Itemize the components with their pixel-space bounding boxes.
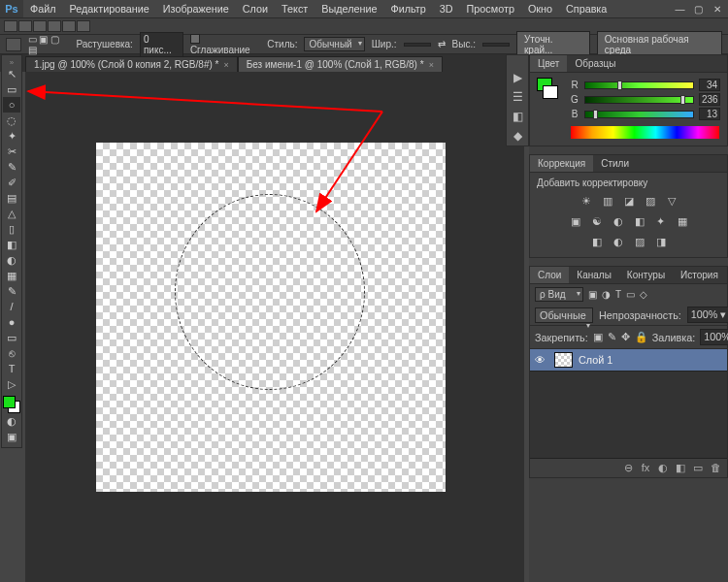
tab-history[interactable]: История: [673, 267, 726, 283]
blend-mode-select[interactable]: Обычные: [535, 307, 593, 323]
adj-icon[interactable]: ▨: [633, 236, 646, 248]
layout-icon[interactable]: [18, 20, 32, 32]
tool-eyedropper[interactable]: ✎: [3, 159, 20, 175]
lock-icon[interactable]: ✎: [608, 331, 616, 343]
swap-dims-icon[interactable]: ⇄: [438, 39, 446, 49]
adj-icon[interactable]: ▨: [644, 195, 657, 208]
tool-brush[interactable]: ▤: [3, 190, 20, 206]
tool-stamp[interactable]: △: [3, 206, 20, 221]
adj-icon[interactable]: ✦: [654, 215, 668, 228]
menu-edit[interactable]: Редактирование: [63, 0, 156, 17]
tool-hand[interactable]: T: [3, 361, 20, 376]
doc-tab-active[interactable]: Без имени-1 @ 100% (Слой 1, RGB/8) * ×: [238, 56, 443, 72]
layer-item[interactable]: 👁 Слой 1: [530, 349, 727, 371]
lock-icon[interactable]: 🔒: [635, 331, 647, 343]
layer-filter-icon[interactable]: ◇: [640, 289, 647, 300]
tool-crop[interactable]: ✂: [3, 144, 20, 159]
mask-icon[interactable]: ◐: [656, 462, 670, 474]
tool-heal[interactable]: ✐: [3, 175, 20, 190]
slider-b[interactable]: B13: [570, 107, 720, 121]
tab-adjustments[interactable]: Коррекция: [530, 155, 593, 172]
adj-icon[interactable]: ▥: [601, 195, 614, 208]
tab-styles[interactable]: Стили: [593, 155, 637, 172]
menu-view[interactable]: Просмотр: [460, 0, 521, 17]
layout-icon[interactable]: [77, 20, 90, 32]
tool-zoom[interactable]: ▷: [3, 376, 20, 392]
tool-pen[interactable]: /: [3, 299, 20, 314]
new-layer-icon[interactable]: ▭: [691, 462, 705, 474]
layer-filter-icon[interactable]: T: [615, 289, 621, 300]
layer-filter-icon[interactable]: ▣: [588, 289, 597, 300]
tool-type[interactable]: ●: [3, 314, 20, 330]
adj-icon[interactable]: ▣: [569, 215, 582, 228]
adj-icon[interactable]: ◧: [633, 215, 646, 228]
lock-icon[interactable]: ✥: [621, 331, 630, 343]
lock-icon[interactable]: ▣: [593, 331, 603, 343]
tool-eraser[interactable]: ◧: [3, 237, 20, 252]
close-icon[interactable]: ✕: [709, 4, 725, 15]
tool-preset-icon[interactable]: [6, 38, 21, 51]
menu-filter[interactable]: Фильтр: [383, 0, 432, 17]
tool-rect-marquee[interactable]: ▭: [3, 81, 20, 97]
info-icon[interactable]: ◆: [507, 126, 528, 146]
adj-icon[interactable]: ◪: [622, 195, 636, 208]
history-icon[interactable]: ☰: [507, 87, 528, 107]
tool-blur[interactable]: ▦: [3, 268, 20, 283]
adj-icon[interactable]: ▦: [676, 215, 689, 228]
tool-shape[interactable]: ⎋: [3, 345, 20, 361]
foreground-swatch[interactable]: [3, 396, 16, 408]
adj-icon[interactable]: ◐: [612, 215, 625, 228]
fill-input[interactable]: 100% ▾: [700, 329, 728, 345]
menu-image[interactable]: Изображение: [156, 0, 236, 17]
tool-history-brush[interactable]: ▯: [3, 221, 20, 237]
hue-ramp[interactable]: [571, 126, 719, 139]
elliptical-selection[interactable]: [175, 194, 365, 390]
doc-tab[interactable]: 1.jpg @ 100% (Слой 0 копия 2, RGB/8#) * …: [25, 56, 238, 72]
layer-filter-icon[interactable]: ▭: [626, 289, 635, 300]
layer-filter-select[interactable]: ρ Вид: [535, 287, 583, 302]
close-tab-icon[interactable]: ×: [429, 60, 434, 70]
tool-dodge[interactable]: ✎: [3, 283, 20, 299]
layout-icon[interactable]: [48, 20, 61, 32]
opacity-input[interactable]: 100% ▾: [687, 307, 728, 323]
link-icon[interactable]: ⊖: [621, 462, 635, 474]
tab-swatches[interactable]: Образцы: [567, 55, 623, 72]
layout-icon[interactable]: [33, 20, 47, 32]
minimize-icon[interactable]: —: [672, 4, 688, 15]
props-icon[interactable]: ◧: [507, 107, 528, 126]
tool-path-select[interactable]: ▭: [3, 330, 20, 345]
tool-ellipse-marquee[interactable]: ○: [3, 97, 20, 113]
canvas[interactable]: [96, 143, 446, 492]
feather-input[interactable]: 0 пикс...: [140, 32, 183, 57]
antialias-checkbox[interactable]: Сглаживание: [190, 33, 260, 55]
trash-icon[interactable]: 🗑: [709, 462, 722, 474]
screenmode-icon[interactable]: ▣: [3, 429, 20, 444]
visibility-icon[interactable]: 👁: [535, 354, 548, 366]
width-input[interactable]: [404, 43, 431, 47]
slider-r[interactable]: R34: [570, 78, 720, 92]
tool-move[interactable]: ↖: [3, 66, 20, 81]
height-input[interactable]: [482, 43, 510, 47]
menu-select[interactable]: Выделение: [314, 0, 383, 17]
maximize-icon[interactable]: ▢: [690, 4, 707, 15]
layer-name[interactable]: Слой 1: [579, 354, 612, 366]
style-select[interactable]: Обычный: [304, 37, 364, 51]
tab-channels[interactable]: Каналы: [569, 267, 619, 283]
layer-filter-icon[interactable]: ◑: [602, 289, 611, 300]
quickmask-icon[interactable]: ◐: [3, 413, 20, 429]
toolbox-grip-icon[interactable]: »: [2, 58, 21, 66]
adj-icon[interactable]: ◐: [612, 236, 625, 248]
color-chip[interactable]: [537, 78, 558, 99]
tool-wand[interactable]: ✦: [3, 128, 20, 144]
menu-window[interactable]: Окно: [521, 0, 559, 17]
fx-icon[interactable]: fx: [639, 462, 652, 474]
adj-icon[interactable]: ◨: [654, 236, 668, 248]
menu-3d[interactable]: 3D: [433, 0, 460, 17]
close-tab-icon[interactable]: ×: [223, 60, 228, 70]
adj-icon[interactable]: ◧: [590, 236, 604, 248]
layer-thumb[interactable]: [554, 352, 573, 368]
menu-file[interactable]: Файл: [23, 0, 63, 17]
tab-paths[interactable]: Контуры: [619, 267, 673, 283]
adj-icon[interactable]: ☀: [579, 195, 593, 208]
tab-layers[interactable]: Слои: [530, 267, 569, 283]
